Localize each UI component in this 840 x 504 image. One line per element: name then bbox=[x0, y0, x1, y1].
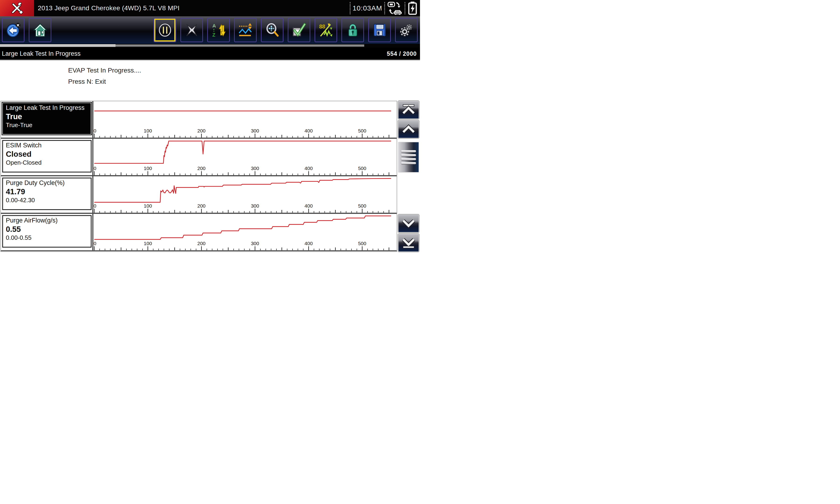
large-leak-test-plot: 0100200300400500 bbox=[92, 101, 397, 138]
svg-text:0: 0 bbox=[93, 241, 96, 246]
esim-switch-plot: 0100200300400500 bbox=[92, 139, 397, 175]
svg-text:A: A bbox=[212, 23, 216, 29]
pid-value: 41.79 bbox=[6, 187, 91, 196]
svg-text:500: 500 bbox=[358, 203, 367, 209]
battery-icon bbox=[407, 1, 418, 15]
settings-button[interactable] bbox=[395, 18, 418, 42]
close-icon bbox=[184, 22, 199, 38]
crossed-tools-icon bbox=[10, 1, 24, 15]
pause-button[interactable] bbox=[154, 18, 176, 42]
svg-text:400: 400 bbox=[304, 241, 313, 246]
divider bbox=[384, 2, 385, 14]
scrollbar-thumb[interactable] bbox=[398, 142, 419, 173]
status-bar: Large Leak Test In Progress 554 / 2000 bbox=[0, 48, 420, 61]
pause-icon bbox=[158, 22, 172, 38]
sort-button[interactable]: A Z bbox=[207, 18, 230, 42]
save-button[interactable] bbox=[368, 18, 391, 42]
pid-name: ESIM Switch bbox=[6, 142, 91, 149]
purge-airflow-plot: 0100200300400500 bbox=[92, 214, 397, 250]
graph-panel-purge-airflow: 0100200300400500 Purge AirFlow(g/s) 0.55… bbox=[1, 214, 397, 251]
svg-text:100: 100 bbox=[144, 241, 152, 246]
pid-label-box-purge-airflow[interactable]: Purge AirFlow(g/s) 0.55 0.00-0.55 bbox=[2, 215, 91, 248]
message-line1: EVAP Test In Progress.... bbox=[68, 65, 141, 76]
thumb-grip bbox=[401, 154, 416, 156]
test-message: EVAP Test In Progress.... Press N: Exit bbox=[68, 65, 141, 87]
vehicle-comm-icon bbox=[387, 1, 403, 15]
sample-counter: 554 / 2000 bbox=[387, 50, 417, 57]
graph-panel-purge-duty-cycle: 0100200300400500 Purge Duty Cycle(%) 41.… bbox=[1, 176, 397, 214]
chevron-down-icon bbox=[401, 217, 416, 230]
pid-range: 0.00-42.30 bbox=[6, 197, 91, 204]
zoom-button[interactable] bbox=[261, 18, 284, 42]
lock-button[interactable] bbox=[341, 18, 364, 42]
progress-fill bbox=[0, 44, 115, 47]
pid-range: True-True bbox=[6, 122, 91, 129]
svg-text:200: 200 bbox=[197, 241, 205, 246]
home-button[interactable] bbox=[29, 18, 51, 42]
svg-text:88: 88 bbox=[319, 23, 325, 30]
graph-scrollbar bbox=[398, 101, 419, 252]
confirm-button[interactable] bbox=[288, 18, 310, 42]
pid-value: 0.55 bbox=[6, 225, 91, 234]
home-icon bbox=[33, 23, 47, 38]
svg-text:500: 500 bbox=[358, 166, 367, 171]
thumb-grip bbox=[401, 150, 416, 152]
svg-text:200: 200 bbox=[197, 128, 205, 133]
gear-icon bbox=[399, 22, 414, 38]
purge-duty-cycle-plot: 0100200300400500 bbox=[92, 176, 397, 213]
back-button[interactable] bbox=[2, 18, 24, 42]
pid-label-box-purge-duty-cycle[interactable]: Purge Duty Cycle(%) 41.79 0.00-42.30 bbox=[2, 178, 91, 210]
progress-track bbox=[115, 44, 364, 47]
svg-text:200: 200 bbox=[197, 203, 205, 209]
svg-text:500: 500 bbox=[358, 241, 367, 246]
svg-text:400: 400 bbox=[304, 203, 313, 209]
clock: 10:03AM bbox=[353, 4, 382, 12]
svg-text:400: 400 bbox=[304, 166, 313, 171]
scrollbar-track[interactable] bbox=[398, 173, 419, 214]
pid-percent-icon: 88 bbox=[319, 22, 333, 38]
chevron-up-icon bbox=[401, 123, 416, 135]
scroll-to-top-button[interactable] bbox=[398, 101, 419, 119]
pid-label-box-large-leak-test[interactable]: Large Leak Test In Progress True True-Tr… bbox=[2, 103, 91, 134]
graph-area: 0100200300400500 Large Leak Test In Prog… bbox=[0, 101, 397, 252]
scroll-up-button[interactable] bbox=[398, 120, 419, 138]
svg-text:400: 400 bbox=[304, 128, 313, 133]
zoom-icon bbox=[265, 22, 280, 38]
svg-text:Z: Z bbox=[212, 32, 215, 38]
test-progress-bar bbox=[0, 44, 420, 48]
scroll-to-bottom-icon bbox=[401, 237, 416, 249]
brand-logo bbox=[0, 0, 34, 16]
status-title: Large Leak Test In Progress bbox=[2, 50, 81, 57]
graph-scale-button[interactable] bbox=[234, 18, 257, 42]
cancel-button[interactable] bbox=[180, 18, 203, 42]
pid-range: 0.00-0.55 bbox=[6, 234, 91, 241]
pid-display-button[interactable]: 88 bbox=[315, 18, 337, 42]
thumb-grip bbox=[401, 158, 416, 160]
svg-text:100: 100 bbox=[144, 128, 152, 133]
pid-name: Purge Duty Cycle(%) bbox=[6, 179, 91, 186]
graph-panel-esim-switch: 0100200300400500 ESIM Switch Closed Open… bbox=[1, 139, 397, 176]
svg-text:0: 0 bbox=[93, 203, 96, 209]
svg-text:300: 300 bbox=[251, 166, 259, 171]
save-icon bbox=[373, 23, 387, 38]
pid-value: True bbox=[6, 112, 91, 121]
back-icon bbox=[6, 22, 21, 38]
divider bbox=[350, 2, 351, 14]
divider bbox=[405, 2, 405, 14]
svg-text:0: 0 bbox=[93, 166, 96, 171]
pid-label-box-esim-switch[interactable]: ESIM Switch Closed Open-Closed bbox=[2, 140, 91, 172]
scroll-to-bottom-button[interactable] bbox=[398, 234, 419, 252]
checkmark-icon bbox=[292, 22, 306, 38]
scroll-down-button[interactable] bbox=[398, 214, 419, 233]
toolbar: A Z 88 bbox=[0, 16, 420, 44]
lock-icon bbox=[346, 22, 360, 38]
svg-text:0: 0 bbox=[93, 128, 96, 133]
pid-value: Closed bbox=[6, 150, 91, 159]
svg-text:300: 300 bbox=[251, 241, 259, 246]
message-line2: Press N: Exit bbox=[68, 76, 141, 87]
pid-name: Large Leak Test In Progress bbox=[6, 104, 91, 111]
svg-text:300: 300 bbox=[251, 128, 259, 133]
svg-text:200: 200 bbox=[197, 166, 205, 171]
pid-name: Purge AirFlow(g/s) bbox=[6, 217, 91, 224]
svg-text:100: 100 bbox=[144, 203, 152, 209]
